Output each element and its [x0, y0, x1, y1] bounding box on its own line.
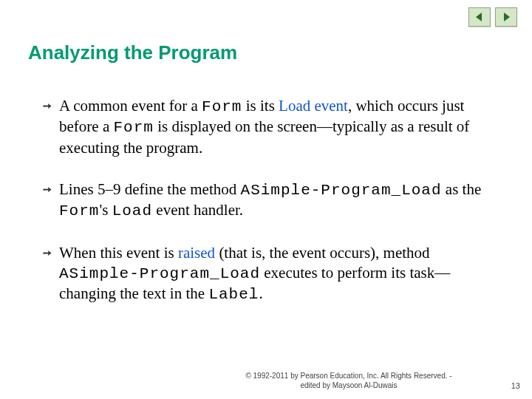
code-run: Load — [112, 202, 152, 219]
list-item: ➙ Lines 5–9 define the method ASimple-Pr… — [43, 180, 491, 222]
code-run: Form — [59, 202, 99, 219]
bullet-text: Lines 5–9 define the method ASimple-Prog… — [59, 180, 491, 222]
nav-controls — [468, 7, 517, 27]
text-run: . — [259, 284, 262, 302]
text-run: 's — [99, 201, 112, 219]
text-run: When this event is — [59, 244, 178, 262]
text-run: A common event for a — [59, 97, 202, 115]
svg-marker-1 — [504, 13, 510, 21]
bullet-icon: ➙ — [43, 96, 59, 115]
svg-marker-0 — [476, 13, 482, 21]
text-run: is its — [242, 97, 279, 115]
prev-button[interactable] — [468, 7, 491, 27]
link-text: raised — [178, 244, 215, 262]
page-number: 13 — [511, 381, 520, 390]
code-run: Form — [202, 98, 242, 115]
next-button[interactable] — [495, 7, 517, 27]
bullet-icon: ➙ — [43, 243, 59, 262]
code-run: Form — [113, 119, 153, 136]
list-item: ➙ When this event is raised (that is, th… — [43, 243, 491, 304]
link-text: Load event — [279, 97, 348, 115]
text-run: event handler. — [152, 201, 243, 219]
code-run: ASimple-Program_Load — [241, 182, 442, 199]
bullet-text: A common event for a Form is its Load ev… — [59, 96, 491, 157]
text-run: (that is, the event occurs), method — [215, 244, 429, 262]
triangle-right-icon — [501, 12, 511, 22]
code-run: Label — [208, 286, 259, 303]
slide: Analyzing the Program ➙ A common event f… — [0, 0, 532, 399]
text-run: Lines 5–9 define the method — [59, 180, 241, 198]
bullet-list: ➙ A common event for a Form is its Load … — [43, 96, 491, 327]
editor-line: edited by Maysoon Al-Duwais — [207, 381, 491, 390]
slide-title: Analyzing the Program — [28, 41, 237, 64]
copyright-line: © 1992-2011 by Pearson Education, Inc. A… — [207, 371, 491, 381]
triangle-left-icon — [474, 12, 485, 22]
bullet-text: When this event is raised (that is, the … — [59, 243, 491, 304]
text-run: as the — [442, 180, 482, 198]
footer: © 1992-2011 by Pearson Education, Inc. A… — [207, 371, 491, 390]
list-item: ➙ A common event for a Form is its Load … — [43, 96, 491, 157]
code-run: ASimple-Program_Load — [59, 265, 260, 282]
bullet-icon: ➙ — [43, 180, 59, 199]
